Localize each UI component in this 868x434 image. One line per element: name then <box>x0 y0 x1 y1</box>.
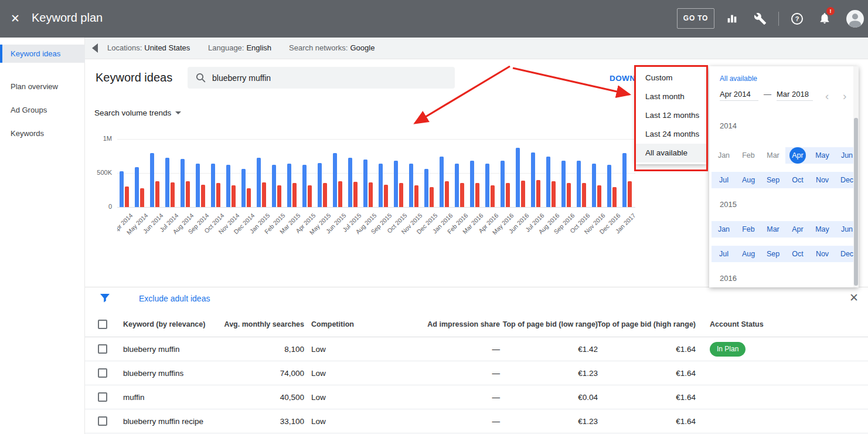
row-checkbox[interactable] <box>98 392 107 402</box>
start-date-input[interactable]: Apr 2014 <box>720 90 758 101</box>
cell-avg_monthly_searches: 40,500 <box>280 393 304 402</box>
table-row: blueberry muffins74,000Low—€1.23€1.64 <box>85 361 868 385</box>
preset-all-available-link[interactable]: All available <box>720 74 757 83</box>
search-volume-chart: Apr 2014May 2014Jun 2014Jul 2014Aug 2014… <box>117 135 636 279</box>
chart-bar-blue <box>409 164 413 207</box>
column-header-avg-monthly-searches[interactable]: Avg. monthly searches <box>224 320 304 328</box>
column-header-top-of-page-bid-high-range-[interactable]: Top of page bid (high range) <box>597 320 696 328</box>
chart-bar-blue <box>501 161 505 207</box>
datepicker-month-nov-2014[interactable]: Nov <box>810 172 835 188</box>
select-all-checkbox[interactable] <box>98 320 107 329</box>
chart-bar-red <box>232 185 236 207</box>
scrollbar-thumb[interactable] <box>854 118 858 286</box>
chart-bar-red <box>292 183 297 207</box>
table-row: muffin40,500Low—€0.04€1.64 <box>85 385 868 409</box>
datepicker-month-jul-2015[interactable]: Jul <box>712 246 736 262</box>
chart-bar-blue <box>257 158 261 207</box>
chart-bar-red <box>567 183 571 207</box>
datepicker-month-apr-2014[interactable]: Apr <box>785 147 810 164</box>
cell-top_bid_high: €1.64 <box>676 393 696 402</box>
datepicker-month-may-2015[interactable]: May <box>810 221 835 238</box>
reports-chart-icon[interactable] <box>726 12 738 25</box>
chart-bar-red <box>353 182 358 207</box>
cell-avg_monthly_searches: 74,000 <box>280 369 304 378</box>
help-icon[interactable]: ? <box>791 13 803 25</box>
goto-button[interactable]: GO TO <box>677 8 714 29</box>
filter-close-icon[interactable]: ✕ <box>849 291 859 304</box>
datepicker-month-mar-2014[interactable]: Mar <box>761 147 785 164</box>
datepicker-year-label-2015: 2015 <box>720 200 737 209</box>
column-header-competition[interactable]: Competition <box>311 320 354 328</box>
avatar[interactable] <box>846 10 864 28</box>
datepicker-month-jan-2014[interactable]: Jan <box>712 147 736 164</box>
datepicker-month-sep-2014[interactable]: Sep <box>761 172 785 188</box>
datepicker-month-row: JulAugSepOctNovDec <box>712 172 859 188</box>
chart-bar-red <box>262 182 266 207</box>
close-icon[interactable]: ✕ <box>11 12 20 25</box>
datepicker-month-apr-2015[interactable]: Apr <box>785 221 810 238</box>
locations-label: Locations: <box>107 43 142 52</box>
datepicker-month-oct-2014[interactable]: Oct <box>785 172 810 188</box>
column-header-ad-impression-share[interactable]: Ad impression share <box>427 320 500 328</box>
cell-keyword: blueberry muffin <box>123 345 180 354</box>
datepicker-month-feb-2015[interactable]: Feb <box>736 221 761 238</box>
datepicker-month-aug-2014[interactable]: Aug <box>736 172 761 188</box>
column-header-keyword-by-relevance-[interactable]: Keyword (by relevance) <box>123 320 205 328</box>
locations-setting[interactable]: Locations:United States <box>107 43 190 52</box>
chart-bar-blue <box>348 158 352 207</box>
cell-ad_impression_share: — <box>492 393 501 402</box>
datepicker-month-sep-2015[interactable]: Sep <box>761 246 785 262</box>
menu-item-last-12-months[interactable]: Last 12 months <box>636 106 706 125</box>
cell-top_bid_low: €1.23 <box>578 369 598 378</box>
datepicker-month-jul-2014[interactable]: Jul <box>712 172 736 188</box>
sidebar-item-ad-groups[interactable]: Ad Groups <box>0 102 85 118</box>
chart-bar-blue <box>485 164 489 207</box>
sidebar-item-keyword-ideas[interactable]: Keyword ideas <box>0 45 85 63</box>
chevron-right-icon[interactable]: › <box>843 90 846 103</box>
chevron-left-icon[interactable]: ‹ <box>825 90 829 103</box>
datepicker-month-oct-2015[interactable]: Oct <box>785 246 810 262</box>
filter-funnel-icon[interactable] <box>99 292 111 304</box>
menu-item-last-month[interactable]: Last month <box>636 87 706 106</box>
chart-bar-red <box>384 185 388 207</box>
chart-bar-blue <box>120 171 124 207</box>
cell-top_bid_low: €1.42 <box>578 345 598 354</box>
menu-item-all-available[interactable]: All available <box>636 144 706 162</box>
column-header-account-status[interactable]: Account Status <box>710 320 764 328</box>
chart-bar-red <box>552 181 556 207</box>
scrollbar-track[interactable] <box>853 66 859 287</box>
chart-bar-blue <box>440 157 444 207</box>
chart-bar-blue <box>226 165 230 207</box>
language-setting[interactable]: Language:English <box>208 43 271 52</box>
status-badge-in-plan[interactable]: In Plan <box>710 342 746 357</box>
row-checkbox[interactable] <box>98 368 107 378</box>
datepicker-month-aug-2015[interactable]: Aug <box>736 246 761 262</box>
datepicker-month-feb-2014[interactable]: Feb <box>736 147 761 164</box>
cell-avg_monthly_searches: 33,100 <box>280 417 304 426</box>
selected-month-circle: Apr <box>789 147 806 164</box>
chart-bar-blue <box>302 165 307 207</box>
sidebar-item-keywords[interactable]: Keywords <box>0 126 85 142</box>
datepicker-month-may-2014[interactable]: May <box>810 147 835 164</box>
datepicker-month-nov-2015[interactable]: Nov <box>810 246 835 262</box>
tools-wrench-icon[interactable] <box>754 12 767 25</box>
datepicker-month-mar-2015[interactable]: Mar <box>761 221 785 238</box>
column-header-top-of-page-bid-low-range-[interactable]: Top of page bid (low range) <box>503 320 598 328</box>
chart-bar-blue <box>470 161 474 207</box>
chart-bar-blue <box>394 161 398 207</box>
chart-bar-blue <box>363 160 367 207</box>
row-checkbox[interactable] <box>98 344 107 354</box>
menu-item-custom[interactable]: Custom <box>636 69 706 87</box>
row-checkbox[interactable] <box>98 416 107 426</box>
cell-competition: Low <box>311 393 326 402</box>
exclude-adult-ideas-link[interactable]: Exclude adult ideas <box>139 294 210 303</box>
networks-setting[interactable]: Search networks:Google <box>289 43 375 52</box>
datepicker-month-jan-2015[interactable]: Jan <box>712 221 736 238</box>
chart-bar-red <box>323 183 327 207</box>
menu-item-last-24-months[interactable]: Last 24 months <box>636 125 706 144</box>
keyword-search-input[interactable] <box>212 67 447 89</box>
collapse-back-icon[interactable] <box>92 43 98 53</box>
trends-dropdown[interactable]: Search volume trends <box>94 108 181 117</box>
end-date-input[interactable]: Mar 2018 <box>777 90 813 101</box>
sidebar-item-plan-overview[interactable]: Plan overview <box>0 79 85 95</box>
